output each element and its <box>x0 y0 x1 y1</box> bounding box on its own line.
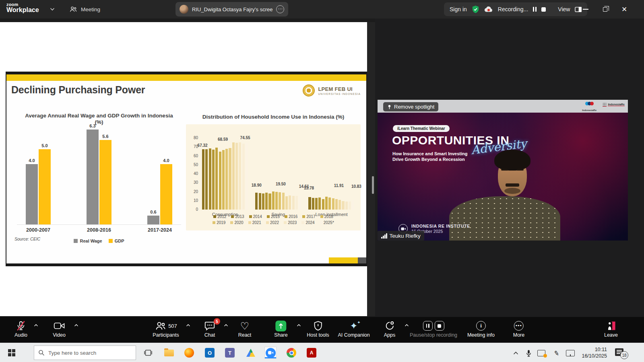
meeting-info-button[interactable]: i Meeting info <box>467 320 495 338</box>
scrollbar-thumb[interactable] <box>372 176 374 194</box>
pause-recording-icon[interactable] <box>533 7 537 12</box>
tray-mic-icon[interactable] <box>523 348 534 358</box>
search-input[interactable] <box>48 350 129 356</box>
pause-stop-recording-button[interactable]: Pause/stop recording <box>410 320 457 338</box>
stop-recording-icon[interactable] <box>541 7 546 12</box>
lgt2: 2023 <box>288 220 297 225</box>
restore-button[interactable] <box>596 0 614 19</box>
tab-share-label: RIU_Dwigita Octasya Fajry's scree <box>192 6 272 12</box>
firefox-icon[interactable] <box>184 347 195 358</box>
spotlight-video-tile[interactable]: IndonesiaRe IndonesiaRe iLearn Thematic … <box>378 100 628 241</box>
scrollbar-track[interactable] <box>367 22 375 316</box>
video-panel: IndonesiaRe IndonesiaRe iLearn Thematic … <box>375 19 644 317</box>
meeting-status-cluster: Sign in Recording... View <box>444 2 587 16</box>
c1val: 0.6 <box>150 210 156 214</box>
sign-in-button[interactable]: Sign in <box>450 6 467 12</box>
stop-recording-button-icon[interactable] <box>434 321 444 331</box>
lgit2: 2021 <box>248 220 261 225</box>
view-button[interactable]: View <box>558 6 570 12</box>
c2lab: 18.90 <box>252 183 262 187</box>
indonesia-re-logo: IndonesiaRe <box>582 102 597 113</box>
lgt2: 2025* <box>324 220 334 225</box>
microphone-muted-icon <box>16 320 26 332</box>
tab-meeting[interactable]: Meeting <box>69 4 100 14</box>
share-button[interactable]: Share <box>274 320 287 338</box>
tab-shared-screen[interactable]: RIU_Dwigita Octasya Fajry's scree ⋯ <box>175 2 288 16</box>
apps-icon <box>384 320 395 332</box>
chat-button[interactable]: Chat <box>204 320 215 338</box>
c2lab: 10.83 <box>351 184 361 189</box>
c1bw: 5.6 <box>99 134 111 224</box>
acrobat-icon[interactable]: A <box>306 347 317 358</box>
lpem-logo: LPEM FEB UI UNIVERSITAS INDONESIA <box>303 84 361 97</box>
leave-button[interactable]: Leave <box>604 320 618 338</box>
close-button[interactable]: ✕ <box>615 0 634 19</box>
notification-count-badge: 18 <box>620 351 628 359</box>
video-button[interactable]: Video <box>53 320 66 338</box>
minimize-button[interactable] <box>576 0 595 19</box>
tray-pen-icon[interactable]: ✎ <box>551 348 562 358</box>
c2bar <box>246 143 248 210</box>
video-camera-icon <box>54 320 65 332</box>
c2bar <box>289 195 291 210</box>
c2bar <box>318 197 321 210</box>
teams-icon[interactable]: T <box>224 347 235 358</box>
c2tick: 70 <box>190 144 198 149</box>
participants-chevron-icon[interactable] <box>186 324 190 327</box>
c2bar <box>325 197 328 210</box>
sq2 <box>248 221 251 224</box>
brand-workplace: Workplace <box>6 6 39 14</box>
ellipsis-icon[interactable]: ⋯ <box>276 5 284 13</box>
file-explorer-icon[interactable] <box>163 347 175 358</box>
google-drive-icon[interactable] <box>245 347 256 358</box>
share-chevron-icon[interactable] <box>297 324 301 327</box>
taskbar-clock[interactable]: 10:11 16/10/2025 <box>576 346 607 360</box>
income-chart-title: Distribution of Household Income Use in … <box>186 114 361 120</box>
apps-button[interactable]: Apps <box>384 320 396 338</box>
chevron-down-icon[interactable] <box>50 8 55 11</box>
react-button[interactable]: ♡ React <box>238 320 252 338</box>
more-button[interactable]: ••• More <box>513 320 524 338</box>
host-tools-button[interactable]: Host tools <box>307 320 329 338</box>
lgit2: 2023 <box>284 220 297 225</box>
zoom-workplace-logo: zoom Workplace <box>6 2 39 14</box>
c2bar <box>322 199 324 210</box>
sq2 <box>320 221 322 224</box>
lgt2: 2019 <box>217 220 225 225</box>
outlook-icon[interactable]: O <box>204 347 215 358</box>
apps-chevron-icon[interactable] <box>405 324 409 327</box>
zoom-app-icon[interactable] <box>265 347 276 358</box>
lgt2: 2018 <box>324 214 333 219</box>
participants-button[interactable]: 507 Participants <box>153 320 179 338</box>
chat-chevron-icon[interactable] <box>224 324 228 327</box>
audio-button[interactable]: Audio <box>14 320 27 338</box>
lgt2: 2021 <box>252 220 261 225</box>
start-button[interactable] <box>8 349 15 356</box>
recording-status: Recording... <box>498 6 528 12</box>
ai-companion-button[interactable]: ✦✦ AI Companion <box>338 320 369 338</box>
remove-spotlight-button[interactable]: Remove spotlight <box>383 102 438 111</box>
c2bar <box>279 192 281 210</box>
chrome-icon[interactable] <box>286 347 297 358</box>
tray-photos-icon[interactable] <box>536 348 547 358</box>
indonesia-re-institute-text: IndonesiaRe <box>608 103 625 106</box>
task-view-button[interactable] <box>142 347 154 358</box>
c2bar <box>345 202 348 210</box>
video-options-chevron-icon[interactable] <box>74 324 78 327</box>
tray-chevron-icon[interactable] <box>510 348 521 358</box>
c1bar <box>39 149 51 225</box>
audio-options-chevron-icon[interactable] <box>34 324 38 327</box>
c2bar <box>352 200 354 210</box>
taskbar-search[interactable] <box>34 346 136 360</box>
lgit2: 2018 <box>320 214 333 219</box>
wage-chart-baseline <box>17 224 181 225</box>
c2tick: 0 <box>190 207 198 212</box>
c1val: 5.0 <box>41 143 47 148</box>
tray-touchpad-icon[interactable] <box>565 348 576 358</box>
pause-recording-button-icon[interactable] <box>423 321 432 331</box>
lgit2: 2024 <box>301 220 314 225</box>
shield-check-icon[interactable] <box>472 5 479 14</box>
c2bar <box>342 201 344 210</box>
sq2 <box>231 215 234 218</box>
pin-icon <box>387 105 392 109</box>
